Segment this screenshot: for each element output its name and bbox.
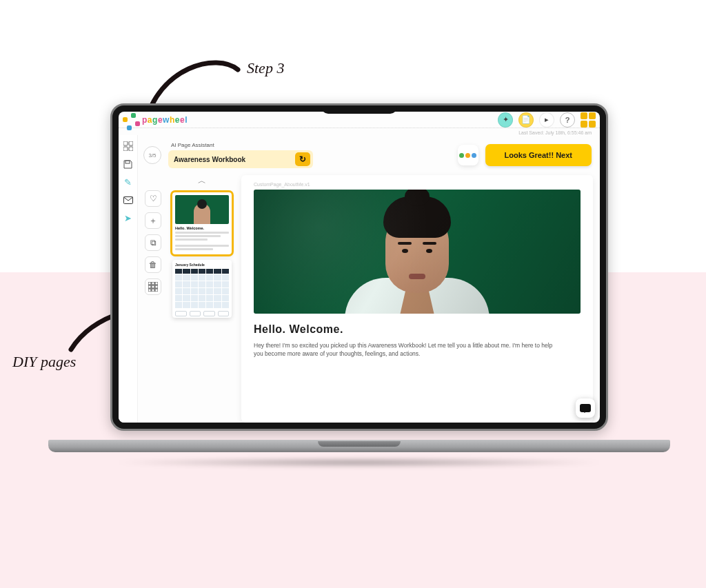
editor-area: ♡ ＋ ⧉ 🗑 ︿: [138, 172, 600, 423]
pinwheel-logo-icon[interactable]: [123, 113, 137, 127]
chat-bubble-icon: [580, 404, 591, 412]
hero-image[interactable]: [254, 190, 581, 314]
titlebar: pagewheel ✦ 📄 ▸ ?: [119, 112, 600, 128]
last-saved-text: Last Saved: July 18th, 6:55:46 am: [518, 130, 592, 135]
thumbnail-page-1[interactable]: Hello. Welcome.: [172, 192, 232, 254]
laptop-base: [48, 440, 670, 469]
rocket-icon[interactable]: ➤: [123, 212, 134, 223]
thumb2-title: January Schedule: [175, 263, 229, 267]
brush-icon[interactable]: ✎: [123, 176, 134, 187]
theme-colors-button[interactable]: [458, 145, 478, 165]
template-id-tag: CustomPage_AboutMe.v1: [254, 182, 581, 187]
templates-grid-icon[interactable]: [145, 278, 161, 295]
svg-rect-2: [123, 147, 128, 151]
apps-grid-icon[interactable]: [581, 112, 596, 128]
chevron-up-icon[interactable]: ︿: [198, 175, 206, 187]
left-rail: ✎ ➤: [119, 135, 138, 423]
ai-assistant-input[interactable]: Awareness Workbook ↻: [168, 150, 313, 168]
preview-headline[interactable]: Hello. Welcome.: [254, 323, 581, 336]
add-page-icon[interactable]: ＋: [145, 212, 161, 229]
svg-rect-14: [155, 289, 158, 292]
svg-rect-1: [129, 141, 133, 145]
action-icon[interactable]: ▸: [539, 112, 554, 128]
delete-icon[interactable]: 🗑: [145, 256, 161, 273]
ai-generate-button[interactable]: ↻: [295, 152, 310, 166]
help-icon[interactable]: ?: [560, 112, 575, 128]
thumbnail-page-2[interactable]: January Schedule: [172, 260, 232, 318]
laptop-body: pagewheel ✦ 📄 ▸ ? Last Saved: July 18th,…: [110, 103, 608, 431]
favorite-icon[interactable]: ♡: [145, 190, 161, 207]
brand-name[interactable]: pagewheel: [142, 115, 188, 125]
svg-rect-12: [148, 289, 151, 292]
save-icon[interactable]: [123, 159, 134, 170]
thumb1-title: Hello. Welcome.: [175, 226, 229, 230]
duplicate-icon[interactable]: ⧉: [145, 234, 161, 251]
app-screen: pagewheel ✦ 📄 ▸ ? Last Saved: July 18th,…: [119, 112, 600, 423]
step-progress-badge: 3/5: [143, 146, 161, 164]
preview-body-text[interactable]: Hey there! I'm so excited you picked up …: [254, 341, 554, 358]
svg-rect-7: [152, 282, 154, 285]
svg-rect-4: [125, 161, 130, 163]
svg-rect-0: [123, 141, 128, 145]
next-button[interactable]: Looks Great!! Next: [485, 144, 592, 166]
page-thumbnails: ︿ Hello. Welcome.: [171, 175, 233, 423]
annotation-diy-pages: DIY pages: [12, 353, 76, 371]
annotation-step3: Step 3: [247, 59, 284, 77]
calendar-grid: [175, 269, 229, 308]
toolbar: 3/5 AI Page Assistant Awareness Workbook…: [138, 135, 600, 172]
ai-assistant-label: AI Page Assistant: [168, 142, 313, 148]
page-tools: ♡ ＋ ⧉ 🗑: [143, 175, 163, 423]
workspace: ✎ ➤ 3/5 AI Page Assistant Awareness Work…: [119, 135, 600, 423]
page-preview: CustomPage_AboutMe.v1: [241, 175, 593, 423]
document-icon[interactable]: 📄: [518, 112, 534, 128]
thumb-hero-image: [175, 195, 229, 224]
svg-rect-13: [152, 289, 154, 292]
svg-rect-9: [148, 285, 151, 288]
chat-support-button[interactable]: [576, 398, 595, 418]
laptop-notch: [321, 105, 397, 114]
dashboard-icon[interactable]: [123, 141, 134, 152]
ai-assistant-value: Awareness Workbook: [174, 156, 245, 163]
svg-rect-3: [129, 147, 133, 151]
magic-icon[interactable]: ✦: [498, 112, 513, 128]
mail-icon[interactable]: [123, 194, 134, 205]
svg-rect-10: [152, 285, 154, 288]
svg-rect-8: [155, 282, 158, 285]
svg-rect-11: [155, 285, 158, 288]
svg-rect-6: [148, 282, 151, 285]
laptop-mockup: pagewheel ✦ 📄 ▸ ? Last Saved: July 18th,…: [110, 103, 608, 462]
